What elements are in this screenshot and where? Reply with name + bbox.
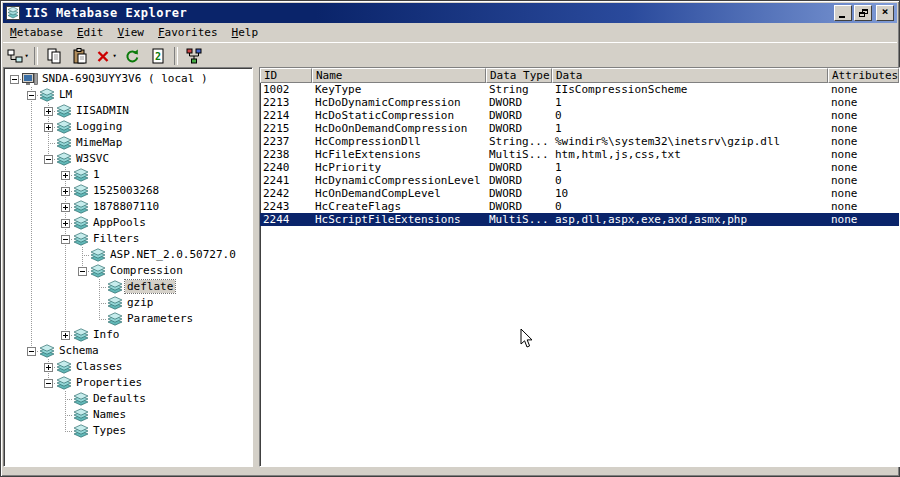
dropdown-caret-icon: ▾ bbox=[24, 52, 28, 60]
network-icon bbox=[186, 48, 202, 64]
collapse-icon[interactable] bbox=[61, 235, 70, 244]
cell-id: 2238 bbox=[260, 148, 312, 161]
tree-item-gzip[interactable]: gzip bbox=[4, 295, 252, 311]
tree-item-filters[interactable]: Filters bbox=[4, 231, 252, 247]
cell-name: KeyType bbox=[312, 83, 486, 96]
restore-icon bbox=[859, 9, 868, 17]
db-icon bbox=[73, 328, 89, 342]
metabase-property-row-2213[interactable]: 2213HcDoDynamicCompressionDWORD1none bbox=[260, 96, 899, 109]
network-button[interactable] bbox=[181, 45, 207, 67]
tree-item-types[interactable]: Types bbox=[4, 423, 252, 439]
tree-item-asp-net-2-0-50727-0[interactable]: ASP.NET_2.0.50727.0 bbox=[4, 247, 252, 263]
expand-icon[interactable] bbox=[61, 171, 70, 180]
expand-icon[interactable] bbox=[61, 187, 70, 196]
cell-id: 2214 bbox=[260, 109, 312, 122]
tree-item-compression[interactable]: Compression bbox=[4, 263, 252, 279]
tree-guide-line bbox=[65, 423, 66, 431]
cell-attributes: none bbox=[828, 174, 899, 187]
tree-guide-line bbox=[31, 167, 32, 183]
metabase-property-row-2214[interactable]: 2214HcDoStaticCompressionDWORD0none bbox=[260, 109, 899, 122]
tree-guide-line bbox=[31, 103, 32, 119]
refresh-button[interactable] bbox=[119, 45, 145, 67]
tree-item-label: Schema bbox=[57, 344, 101, 357]
tree-item-w3svc[interactable]: W3SVC bbox=[4, 151, 252, 167]
tree-item-apppools[interactable]: AppPools bbox=[4, 215, 252, 231]
collapse-icon[interactable] bbox=[10, 75, 19, 84]
tree-item-names[interactable]: Names bbox=[4, 407, 252, 423]
metabase-property-row-2244[interactable]: 2244HcScriptFileExtensionsMultiS...asp,d… bbox=[260, 213, 899, 226]
collapse-icon[interactable] bbox=[78, 267, 87, 276]
menu-help[interactable]: Help bbox=[225, 25, 266, 41]
cell-data: 1 bbox=[552, 122, 828, 135]
db-icon bbox=[73, 232, 89, 246]
metabase-property-row-2241[interactable]: 2241HcDynamicCompressionLevelDWORD0none bbox=[260, 174, 899, 187]
menu-metabase[interactable]: Metabase bbox=[3, 25, 70, 41]
tree-item-label: Names bbox=[91, 408, 128, 421]
expand-icon[interactable] bbox=[44, 363, 53, 372]
tree-item-lm[interactable]: LM bbox=[4, 87, 252, 103]
menu-favorites[interactable]: Favorites bbox=[151, 25, 225, 41]
minimize-icon bbox=[839, 16, 845, 18]
metabase-property-row-2242[interactable]: 2242HcOnDemandCompLevelDWORD10none bbox=[260, 187, 899, 200]
tree-item-parameters[interactable]: Parameters bbox=[4, 311, 252, 327]
tree-item-logging[interactable]: Logging bbox=[4, 119, 252, 135]
expand-icon[interactable] bbox=[61, 203, 70, 212]
tree-item-1[interactable]: 1 bbox=[4, 167, 252, 183]
tree-item-label: Classes bbox=[74, 360, 124, 373]
metabase-property-row-2240[interactable]: 2240HcPriorityDWORD1none bbox=[260, 161, 899, 174]
tree-item-label: 1 bbox=[91, 168, 102, 181]
tree-guide-line bbox=[48, 143, 56, 144]
tree-item-info[interactable]: Info bbox=[4, 327, 252, 343]
expand-icon[interactable] bbox=[61, 331, 70, 340]
tree-guide-line bbox=[65, 431, 73, 432]
column-header-data-type[interactable]: Data Type bbox=[486, 68, 552, 83]
tree-item-schema[interactable]: Schema bbox=[4, 343, 252, 359]
db-icon bbox=[73, 168, 89, 182]
menu-edit[interactable]: Edit bbox=[70, 25, 111, 41]
paste-button[interactable] bbox=[67, 45, 93, 67]
tree-guide-line bbox=[99, 295, 100, 303]
column-header-data[interactable]: Data bbox=[552, 68, 828, 83]
tree-item-defaults[interactable]: Defaults bbox=[4, 391, 252, 407]
cell-name: HcPriority bbox=[312, 161, 486, 174]
minimize-button[interactable] bbox=[834, 5, 852, 21]
close-button[interactable]: × bbox=[876, 5, 894, 21]
tree-item-classes[interactable]: Classes bbox=[4, 359, 252, 375]
expand-icon[interactable] bbox=[44, 123, 53, 132]
tree-item-snda-69q3uyy3v6-local[interactable]: SNDA-69Q3UYY3V6 ( local ) bbox=[4, 71, 252, 87]
tree-item-properties[interactable]: Properties bbox=[4, 375, 252, 391]
connect-button[interactable]: ▾ bbox=[5, 45, 31, 67]
menu-view[interactable]: View bbox=[110, 25, 151, 41]
tree-guide-line bbox=[99, 303, 107, 304]
expand-icon[interactable] bbox=[61, 219, 70, 228]
collapse-icon[interactable] bbox=[27, 347, 36, 356]
metabase-property-row-2238[interactable]: 2238HcFileExtensionsMultiS...htm,html,js… bbox=[260, 148, 899, 161]
tree-guide-line bbox=[99, 287, 107, 288]
tree-item-1525003268[interactable]: 1525003268 bbox=[4, 183, 252, 199]
collapse-icon[interactable] bbox=[27, 91, 36, 100]
column-header-name[interactable]: Name bbox=[312, 68, 486, 83]
cell-data: %windir%\system32\inetsrv\gzip.dll bbox=[552, 135, 828, 148]
restore-button[interactable] bbox=[854, 5, 872, 21]
tree-item-iisadmin[interactable]: IISADMIN bbox=[4, 103, 252, 119]
app-icon bbox=[6, 5, 22, 21]
db-icon bbox=[56, 104, 72, 118]
cell-attributes: none bbox=[828, 109, 899, 122]
metabase-property-row-1002[interactable]: 1002KeyTypeStringIIsCompressionSchemenon… bbox=[260, 83, 899, 96]
tree-guide-line bbox=[65, 415, 73, 416]
delete-button[interactable]: ▾ bbox=[93, 45, 119, 67]
collapse-icon[interactable] bbox=[44, 155, 53, 164]
metabase-property-row-2237[interactable]: 2237HcCompressionDllString...%windir%\sy… bbox=[260, 135, 899, 148]
records-button[interactable]: 2 bbox=[145, 45, 171, 67]
collapse-icon[interactable] bbox=[44, 379, 53, 388]
column-header-id[interactable]: ID bbox=[260, 68, 312, 83]
db-icon bbox=[73, 200, 89, 214]
column-header-attributes[interactable]: Attributes bbox=[828, 68, 899, 83]
metabase-property-row-2215[interactable]: 2215HcDoOnDemandCompressionDWORD1none bbox=[260, 122, 899, 135]
expand-icon[interactable] bbox=[44, 107, 53, 116]
tree-item-1878807110[interactable]: 1878807110 bbox=[4, 199, 252, 215]
metabase-property-row-2243[interactable]: 2243HcCreateFlagsDWORD0none bbox=[260, 200, 899, 213]
copy-button[interactable] bbox=[41, 45, 67, 67]
tree-item-deflate[interactable]: deflate bbox=[4, 279, 252, 295]
tree-item-mimemap[interactable]: MimeMap bbox=[4, 135, 252, 151]
